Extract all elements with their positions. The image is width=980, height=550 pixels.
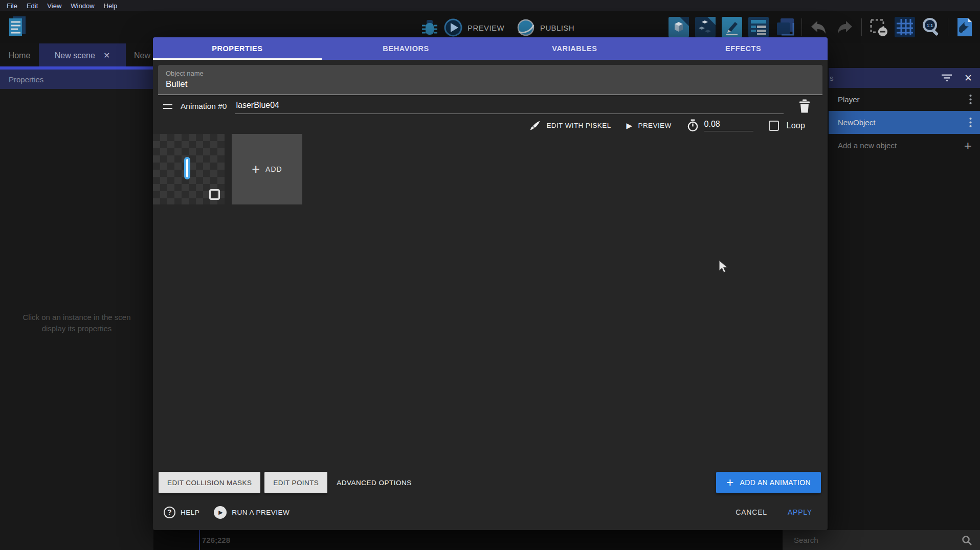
tab-home[interactable]: Home [0, 43, 39, 67]
zoom-1-1-icon[interactable]: 1:1 [921, 17, 942, 37]
tab-new-hidden[interactable]: New [126, 43, 150, 67]
canvas-edge-line [199, 530, 200, 550]
close-tab-icon[interactable]: ✕ [103, 51, 110, 60]
plus-icon: + [726, 476, 733, 489]
run-a-preview-button[interactable]: ▶ RUN A PREVIEW [214, 506, 289, 519]
tab-effects[interactable]: EFFECTS [659, 37, 828, 60]
animation-name-input[interactable] [235, 101, 784, 114]
time-between-frames-field [687, 119, 753, 132]
laser-sprite [184, 157, 190, 179]
search-icon[interactable] [962, 535, 972, 545]
edit-with-piskel-button[interactable]: EDIT WITH PISKEL [530, 120, 611, 131]
toolbar-separator [948, 18, 948, 36]
preview-animation-button[interactable]: ▶ PREVIEW [627, 121, 672, 130]
debug-icon[interactable] [420, 18, 439, 37]
tab-new-label: New [134, 51, 150, 60]
objects-group-icon[interactable] [695, 17, 716, 37]
mouse-cursor [718, 260, 728, 274]
project-manager-icon[interactable] [8, 15, 27, 38]
tab-behaviors[interactable]: BEHAVIORS [322, 37, 491, 60]
delete-animation-icon[interactable] [799, 99, 810, 113]
time-between-frames-input[interactable] [704, 120, 753, 131]
objects-list-icon[interactable] [748, 17, 769, 37]
animation-title: Animation #0 [181, 102, 227, 114]
loop-label: Loop [787, 121, 805, 130]
loop-toggle: Loop [769, 121, 805, 131]
dialog-tab-bar: PROPERTIES BEHAVIORS VARIABLES EFFECTS [153, 37, 828, 60]
close-panel-icon[interactable]: ✕ [964, 72, 972, 84]
apply-button[interactable]: APPLY [788, 508, 812, 516]
objects-panel: s ✕ Player NewObject Add a new object [829, 68, 980, 530]
stopwatch-icon [687, 119, 699, 132]
properties-panel-header: Properties [0, 70, 153, 89]
app-window: File Edit View Window Help [0, 0, 980, 550]
properties-panel-title: Properties [9, 75, 43, 84]
edit-points-button[interactable]: EDIT POINTS [264, 472, 327, 493]
object-row-newobject[interactable]: NewObject [829, 111, 980, 134]
toolbar-separator [861, 18, 862, 36]
search-input[interactable] [794, 536, 962, 544]
publish-globe-icon[interactable] [517, 18, 535, 37]
menu-edit[interactable]: Edit [22, 2, 42, 10]
animation-controls-row: EDIT WITH PISKEL ▶ PREVIEW Loop [153, 119, 805, 132]
search-bar [783, 530, 980, 550]
row-menu-icon[interactable] [969, 95, 972, 104]
loop-checkbox[interactable] [769, 121, 779, 131]
play-circle-icon: ▶ [214, 506, 227, 519]
menu-help[interactable]: Help [99, 2, 122, 10]
play-icon: ▶ [627, 121, 633, 130]
grid-icon[interactable] [895, 17, 915, 37]
object-label: NewObject [838, 118, 875, 127]
menu-file[interactable]: File [2, 2, 22, 10]
objects-panel-header: s ✕ [829, 68, 980, 88]
plus-icon[interactable]: + [964, 139, 972, 152]
tab-variables[interactable]: VARIABLES [491, 37, 659, 60]
tab-new-scene-label: New scene [55, 51, 95, 60]
toolbar-separator [801, 18, 802, 36]
preview-play-icon[interactable] [444, 18, 462, 37]
advanced-options-button[interactable]: ADVANCED OPTIONS [337, 479, 412, 487]
mask-toggle-icon[interactable] [868, 17, 888, 37]
object-row-player[interactable]: Player [829, 88, 980, 111]
frames-row: + ADD [153, 134, 828, 204]
project-settings-icon[interactable] [954, 17, 975, 37]
help-icon: ? [164, 507, 175, 518]
frame-select-checkbox[interactable] [209, 189, 220, 200]
tab-properties[interactable]: PROPERTIES [153, 37, 322, 60]
cancel-button[interactable]: CANCEL [736, 508, 767, 516]
object-label: Player [838, 95, 860, 104]
undo-icon[interactable] [808, 17, 829, 37]
svg-text:1:1: 1:1 [927, 23, 933, 28]
menu-bar: File Edit View Window Help [0, 0, 980, 11]
edit-pencil-icon[interactable] [722, 17, 742, 37]
object-editor-dialog: PROPERTIES BEHAVIORS VARIABLES EFFECTS O… [153, 37, 828, 530]
add-an-animation-button[interactable]: + ADD AN ANIMATION [716, 472, 821, 493]
plus-icon: + [252, 163, 260, 176]
dialog-footer: ? HELP ▶ RUN A PREVIEW CANCEL APPLY [164, 500, 812, 524]
add-object-label: Add a new object [838, 141, 897, 150]
animation-actions-row: EDIT COLLISION MASKS EDIT POINTS ADVANCE… [159, 472, 821, 493]
edit-collision-masks-button[interactable]: EDIT COLLISION MASKS [159, 472, 260, 493]
publish-button[interactable]: PUBLISH [540, 24, 574, 32]
animation-header-row: Animation #0 [163, 99, 810, 114]
help-button[interactable]: ? HELP [164, 507, 199, 518]
properties-panel: Click on an instance in the scen display… [0, 89, 153, 550]
brush-icon [530, 120, 541, 131]
preview-button[interactable]: PREVIEW [467, 24, 504, 32]
sprite-frame-thumbnail[interactable] [153, 134, 225, 204]
active-tab-indicator [153, 58, 322, 60]
scene-status-bar: 726;228 [153, 530, 783, 550]
cursor-coordinates: 726;228 [202, 530, 230, 550]
redo-icon[interactable] [835, 17, 855, 37]
menu-window[interactable]: Window [66, 2, 99, 10]
row-menu-icon[interactable] [969, 118, 972, 127]
drag-handle-icon[interactable] [163, 104, 172, 109]
layers-icon[interactable] [775, 17, 795, 37]
menu-view[interactable]: View [42, 2, 66, 10]
add-new-object-row[interactable]: Add a new object + [829, 134, 980, 157]
add-frame-button[interactable]: + ADD [232, 134, 302, 204]
object-icon[interactable] [669, 17, 689, 37]
tab-new-scene[interactable]: New scene ✕ [39, 43, 126, 67]
object-name-input[interactable] [166, 79, 815, 89]
filter-icon[interactable] [942, 74, 952, 82]
